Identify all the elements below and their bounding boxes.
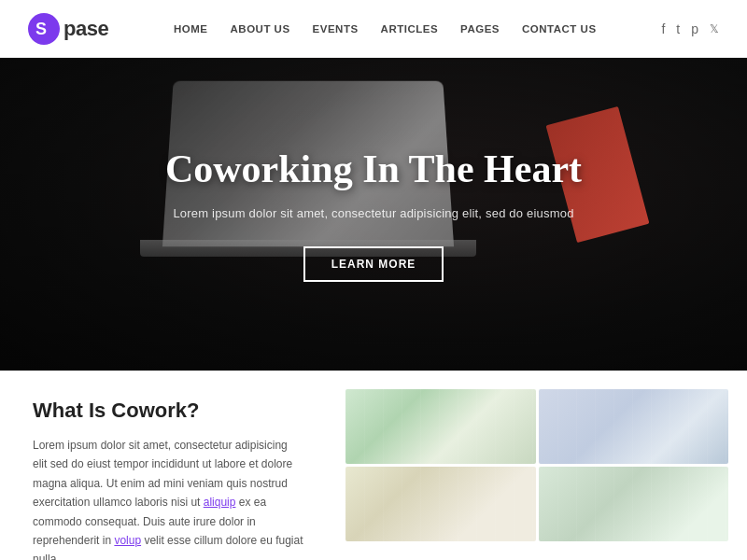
cowork-heading: What Is Cowork? [33, 399, 303, 423]
nav-events[interactable]: EVENTS [313, 23, 359, 35]
twitter-icon[interactable]: 𝕏 [710, 22, 719, 35]
highlight-link[interactable]: aliquip [204, 496, 236, 509]
office-photo-2 [539, 389, 729, 464]
hero-section: Coworking In The Heart Lorem ipsum dolor… [0, 58, 747, 371]
learn-more-button[interactable]: LEARN MORE [303, 246, 444, 282]
hero-title: Coworking In The Heart [165, 147, 582, 191]
hero-content: Coworking In The Heart Lorem ipsum dolor… [128, 147, 619, 282]
logo-text: pase [63, 17, 108, 41]
cowork-body: Lorem ipsum dolor sit amet, consectetur … [33, 436, 303, 560]
cowork-description: What Is Cowork? Lorem ipsum dolor sit am… [0, 371, 336, 560]
main-nav: HOME ABOUT US EVENTS ARTICLES PAGES CONT… [174, 23, 597, 35]
nav-home[interactable]: HOME [174, 23, 208, 35]
office-photo-3 [345, 467, 536, 541]
hero-subtitle: Lorem ipsum dolor sit amet, consectetur … [165, 206, 582, 220]
social-links: f t p 𝕏 [661, 21, 719, 36]
pinterest-icon[interactable]: p [691, 21, 698, 36]
office-photo-1 [345, 389, 536, 464]
logo[interactable]: S pase [28, 13, 108, 45]
facebook-icon[interactable]: f [661, 21, 665, 36]
office-photos-grid [336, 371, 747, 560]
nav-contact[interactable]: CONTACT US [522, 23, 597, 35]
nav-about[interactable]: ABOUT US [231, 23, 290, 35]
below-hero-section: What Is Cowork? Lorem ipsum dolor sit am… [0, 371, 747, 560]
svg-text:S: S [35, 20, 47, 38]
tumblr-icon[interactable]: t [676, 21, 680, 36]
logo-icon: S [28, 13, 60, 45]
highlight-volup[interactable]: volup [114, 534, 141, 547]
office-photo-4 [539, 467, 729, 541]
site-header: S pase HOME ABOUT US EVENTS ARTICLES PAG… [0, 0, 747, 58]
nav-pages[interactable]: PAGES [460, 23, 500, 35]
nav-articles[interactable]: ARTICLES [381, 23, 439, 35]
